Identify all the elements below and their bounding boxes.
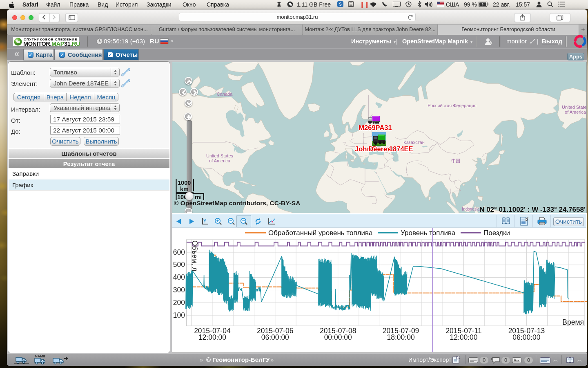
svg-text:Время: Время xyxy=(562,318,584,326)
svg-text:18:00:00: 18:00:00 xyxy=(387,333,415,341)
svg-text:06:00:00: 06:00:00 xyxy=(261,333,289,341)
svg-text:1000: 1000 xyxy=(178,180,191,186)
svg-text:100: 100 xyxy=(173,311,185,319)
svg-text:Обработанный уровень топлива: Обработанный уровень топлива xyxy=(268,229,373,237)
svg-text:Поездки: Поездки xyxy=(483,229,510,237)
svg-text:km: km xyxy=(180,186,189,192)
svg-text:600: 600 xyxy=(173,248,185,256)
svg-text:300: 300 xyxy=(173,286,185,294)
svg-text:200: 200 xyxy=(173,298,185,307)
svg-text:Уровень топлива: Уровень топлива xyxy=(401,229,456,237)
svg-text:Объем, л: Объем, л xyxy=(191,240,199,272)
svg-text:500: 500 xyxy=(173,260,185,269)
svg-text:12:00:00: 12:00:00 xyxy=(198,333,226,341)
svg-text:00:00:00: 00:00:00 xyxy=(324,333,352,341)
svg-text:12:00:00: 12:00:00 xyxy=(450,333,477,341)
svg-text:S: S xyxy=(339,2,342,7)
svg-text:06:00:00: 06:00:00 xyxy=(512,333,540,341)
svg-text:Y: Y xyxy=(203,218,207,223)
svg-text:400: 400 xyxy=(173,273,185,281)
